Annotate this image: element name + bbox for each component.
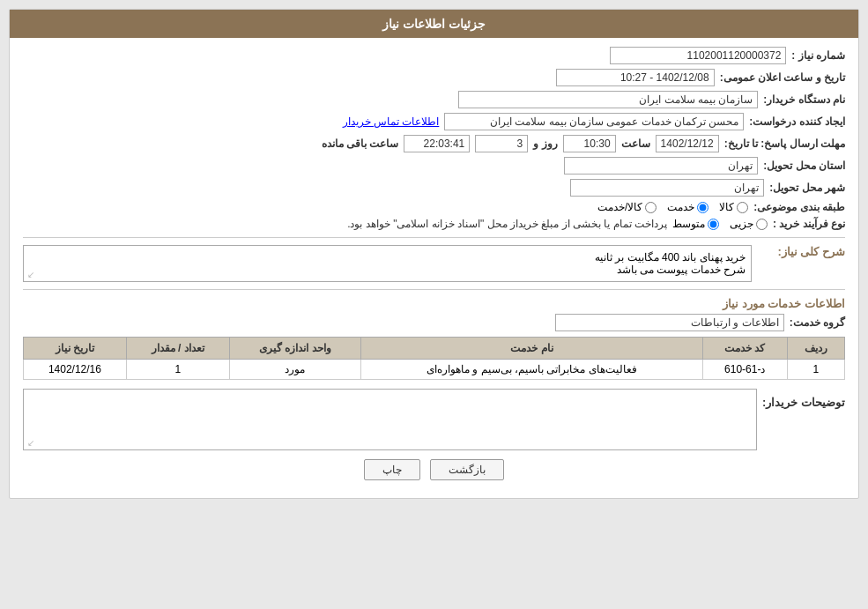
process-radio-motevaset: متوسط — [672, 218, 719, 230]
buyer-desc-cell: ↙ — [23, 389, 757, 450]
category-row: طبقه بندی موضوعی: کالا خدمت کالا/خدمت — [23, 201, 845, 213]
process-radio-motevaset-label: متوسط — [672, 218, 705, 230]
buyer-name-value: سازمان بیمه سلامت ایران — [458, 91, 758, 108]
province-value: تهران — [564, 157, 758, 175]
announce-row: تاریخ و ساعت اعلان عمومی: 1402/12/08 - 1… — [23, 69, 845, 86]
category-radio-kala-label: کالا — [719, 201, 734, 213]
main-card: جزئیات اطلاعات نیاز شماره نیاز : 1102001… — [9, 9, 859, 499]
deadline-remain-label: ساعت باقی مانده — [322, 137, 399, 150]
deadline-days-label: روز و — [533, 137, 557, 150]
page-title: جزئیات اطلاعات نیاز — [10, 10, 858, 38]
buyer-desc-section: توضیحات خریدار: ↙ — [23, 389, 845, 450]
need-number-value: 1102001120000372 — [610, 47, 786, 64]
city-value: تهران — [570, 179, 764, 197]
need-desc-box: خرید پهنای باند 400 مگابیت بر ثانیه شرح … — [23, 245, 752, 282]
buyer-desc-label: توضیحات خریدار: — [757, 389, 845, 450]
category-radio-khedmat-input[interactable] — [697, 202, 708, 213]
table-cell-unit: مورد — [229, 360, 361, 380]
category-radio-both-input[interactable] — [645, 202, 657, 213]
col-unit: واحد اندازه گیری — [229, 338, 361, 360]
page-wrapper: جزئیات اطلاعات نیاز شماره نیاز : 1102001… — [0, 0, 868, 609]
process-radio-motevaset-input[interactable] — [708, 219, 719, 230]
category-radio-khedmat-label: خدمت — [667, 201, 694, 213]
process-radio-jozi-label: جزیی — [730, 218, 753, 230]
need-number-row: شماره نیاز : 1102001120000372 — [23, 47, 845, 64]
category-radio-khedmat: خدمت — [667, 201, 708, 213]
table-cell-quantity: 1 — [126, 360, 229, 380]
need-desc-line2: شرح خدمات پیوست می باشد — [29, 264, 746, 276]
deadline-time-label: ساعت — [621, 137, 650, 150]
back-button[interactable]: بازگشت — [430, 459, 504, 480]
process-label: نوع فرآیند خرید : — [773, 218, 845, 230]
category-radio-group: کالا خدمت کالا/خدمت — [597, 201, 748, 213]
deadline-label: مهلت ارسال پاسخ: تا تاریخ: — [724, 137, 845, 150]
buyer-name-label: نام دستگاه خریدار: — [763, 93, 845, 106]
buyer-name-row: نام دستگاه خریدار: سازمان بیمه سلامت ایر… — [23, 91, 845, 108]
col-code: کد خدمت — [702, 338, 787, 360]
deadline-time: 10:30 — [563, 135, 616, 152]
creator-link[interactable]: اطلاعات تماس خریدار — [343, 115, 440, 128]
table-cell-code: د-61-610 — [702, 360, 787, 380]
deadline-counter: 22:03:41 — [404, 135, 470, 152]
buyer-desc-box: ↙ — [23, 389, 757, 450]
deadline-row: مهلت ارسال پاسخ: تا تاریخ: 1402/12/12 سا… — [23, 135, 845, 152]
service-group-value: اطلاعات و ارتباطات — [555, 314, 784, 331]
services-section-title: اطلاعات خدمات مورد نیاز — [23, 297, 845, 310]
category-label: طبقه بندی موضوعی: — [753, 201, 845, 213]
category-radio-both-label: کالا/خدمت — [597, 201, 642, 213]
province-label: استان محل تحویل: — [763, 160, 845, 172]
announce-label: تاریخ و ساعت اعلان عمومی: — [720, 71, 845, 84]
category-radio-kala-input[interactable] — [737, 202, 748, 213]
col-date: تاریخ نیاز — [24, 338, 127, 360]
divider-2 — [23, 289, 845, 290]
need-number-label: شماره نیاز : — [791, 49, 845, 62]
print-button[interactable]: چاپ — [364, 459, 420, 480]
buttons-row: بازگشت چاپ — [23, 459, 845, 489]
process-radio-jozi: جزیی — [730, 218, 768, 230]
services-table: ردیف کد خدمت نام خدمت واحد اندازه گیری ت… — [23, 337, 845, 380]
process-radio-jozi-input[interactable] — [756, 219, 768, 230]
city-row: شهر محل تحویل: تهران — [23, 179, 845, 197]
table-row: 1د-61-610فعالیت‌های مخابراتی باسیم، بی‌س… — [24, 360, 845, 380]
announce-value: 1402/12/08 - 10:27 — [556, 69, 715, 86]
process-row: نوع فرآیند خرید : جزیی متوسط پرداخت تمام… — [23, 218, 845, 230]
divider-1 — [23, 237, 845, 238]
col-name: نام خدمت — [361, 338, 703, 360]
creator-row: ایجاد کننده درخواست: محسن ترکمان خدمات ع… — [23, 113, 845, 130]
card-body: شماره نیاز : 1102001120000372 تاریخ و سا… — [10, 38, 858, 498]
buyer-desc-corner-icon: ↙ — [27, 438, 34, 448]
need-desc-line1: خرید پهنای باند 400 مگابیت بر ثانیه — [29, 251, 746, 264]
deadline-days: 3 — [475, 135, 528, 152]
service-group-label: گروه خدمت: — [790, 316, 845, 329]
province-row: استان محل تحویل: تهران — [23, 157, 845, 175]
deadline-date: 1402/12/12 — [656, 135, 719, 152]
process-radio-group: جزیی متوسط — [672, 218, 768, 230]
desc-corner-icon: ↙ — [27, 270, 34, 279]
table-cell-name: فعالیت‌های مخابراتی باسیم، بی‌سیم و ماهو… — [361, 360, 703, 380]
city-label: شهر محل تحویل: — [769, 182, 845, 194]
service-group-row: گروه خدمت: اطلاعات و ارتباطات — [23, 314, 845, 331]
col-row: ردیف — [787, 338, 844, 360]
need-desc-title: شرح کلی نیاز: — [757, 245, 845, 258]
table-cell-date: 1402/12/16 — [24, 360, 127, 380]
table-cell-row: 1 — [787, 360, 844, 380]
need-desc-row: شرح کلی نیاز: خرید پهنای باند 400 مگابیت… — [23, 245, 845, 282]
creator-label: ایجاد کننده درخواست: — [749, 115, 845, 128]
col-quantity: تعداد / مقدار — [126, 338, 229, 360]
category-radio-kala: کالا — [719, 201, 748, 213]
creator-value: محسن ترکمان خدمات عمومی سازمان بیمه سلام… — [444, 113, 744, 130]
category-radio-both: کالا/خدمت — [597, 201, 657, 213]
process-note: پرداخت تمام یا بخشی از مبلغ خریداز محل "… — [347, 218, 667, 230]
